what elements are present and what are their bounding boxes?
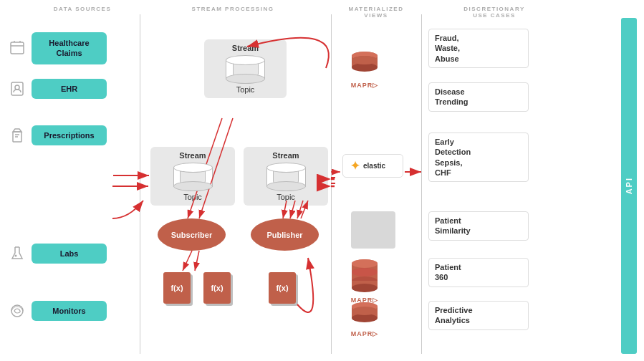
- use-case-patient360: Patient360: [428, 258, 529, 287]
- mapr-middle: MAPR▷: [349, 258, 380, 304]
- use-case-patient-similarity: PatientSimilarity: [428, 211, 529, 241]
- api-bar: API: [621, 18, 637, 354]
- stream-bottom-right: Stream Topic: [244, 147, 328, 206]
- fx-label-2: f(x): [211, 284, 223, 292]
- svg-point-20: [352, 284, 378, 292]
- fx-label-1: f(x): [170, 284, 183, 292]
- labs-icon: [7, 244, 27, 264]
- svg-point-15: [352, 259, 378, 268]
- divider-3: [421, 14, 422, 354]
- topic-cylinder-left: [173, 163, 213, 191]
- fx-card-2: f(x): [203, 272, 231, 304]
- stream-top-label: Stream: [232, 44, 259, 52]
- subscriber-oval: Subscriber: [158, 218, 226, 251]
- materialized-views-header: MATERIALIZEDVIEWS: [337, 6, 415, 19]
- divider-1: [140, 14, 140, 354]
- mapr-bottom: MAPR▷: [349, 301, 380, 337]
- labs-label: Labs: [32, 244, 107, 264]
- use-case-predictive: PredictiveAnalytics: [428, 301, 529, 330]
- svg-point-2: [15, 85, 19, 90]
- use-cases-header: DISCRETIONARYUSE CASES: [430, 6, 559, 19]
- use-case-disease: DiseaseTrending: [428, 82, 529, 112]
- prescriptions-icon: [7, 125, 27, 145]
- monitors-label: Monitors: [32, 301, 107, 321]
- svg-rect-0: [11, 42, 24, 54]
- data-source-labs: Labs: [7, 244, 107, 264]
- mapr-bottom-icon: [349, 301, 380, 330]
- mapr-top: MAPR▷: [349, 50, 380, 89]
- svg-point-18: [352, 268, 378, 276]
- prescriptions-label: Prescriptions: [32, 125, 107, 145]
- page: DATA SOURCES STREAM PROCESSING MATERIALI…: [0, 0, 644, 361]
- monitors-icon: [7, 301, 27, 321]
- svg-point-11: [352, 56, 378, 64]
- svg-rect-1: [11, 82, 23, 95]
- data-source-healthcare: HealthcareClaims: [7, 32, 107, 64]
- healthcare-icon: [7, 38, 27, 58]
- svg-point-4: [15, 255, 17, 257]
- stream-processing-header: STREAM PROCESSING: [147, 6, 319, 12]
- use-case-fraud: Fraud,Waste,Abuse: [428, 29, 529, 68]
- ehr-icon: [7, 79, 27, 99]
- data-source-prescriptions: Prescriptions: [7, 125, 107, 145]
- elastic-label: elastic: [363, 162, 385, 170]
- healthcare-label: HealthcareClaims: [32, 32, 107, 64]
- topic-cylinder-right: [266, 163, 306, 191]
- stream-top-topic: Topic: [236, 85, 255, 94]
- data-source-ehr: EHR: [7, 79, 107, 99]
- mapr-top-icon: [349, 50, 380, 82]
- stream-bottom-right-label: Stream: [272, 151, 299, 160]
- stream-bottom-left-label: Stream: [179, 151, 206, 160]
- svg-point-25: [352, 307, 378, 315]
- api-label: API: [625, 177, 633, 194]
- stream-top: Stream Topic: [204, 39, 287, 98]
- mapr-middle-icon: [349, 258, 380, 297]
- fx-card-1: f(x): [163, 272, 191, 304]
- data-source-monitors: Monitors: [7, 301, 107, 321]
- elastic-box: ✦ elastic: [342, 154, 403, 178]
- mapr-top-label: MAPR▷: [351, 82, 379, 89]
- stream-bottom-left-topic: Topic: [183, 193, 202, 201]
- stream-bottom-left: Stream Topic: [150, 147, 235, 206]
- data-sources-header: DATA SOURCES: [39, 6, 125, 12]
- placeholder-box: [351, 211, 395, 249]
- ehr-label: EHR: [32, 79, 107, 99]
- divider-2: [331, 14, 332, 354]
- fx-card-3: f(x): [269, 272, 296, 304]
- publisher-oval: Publisher: [251, 218, 319, 251]
- topic-cylinder-top: [226, 55, 265, 84]
- elastic-spark-icon: ✦: [350, 159, 360, 173]
- stream-bottom-right-topic: Topic: [277, 193, 295, 201]
- fx-label-3: f(x): [276, 284, 288, 292]
- use-case-early-detection: EarlyDetectionSepsis,CHF: [428, 133, 529, 182]
- mapr-bottom-label: MAPR▷: [351, 330, 379, 337]
